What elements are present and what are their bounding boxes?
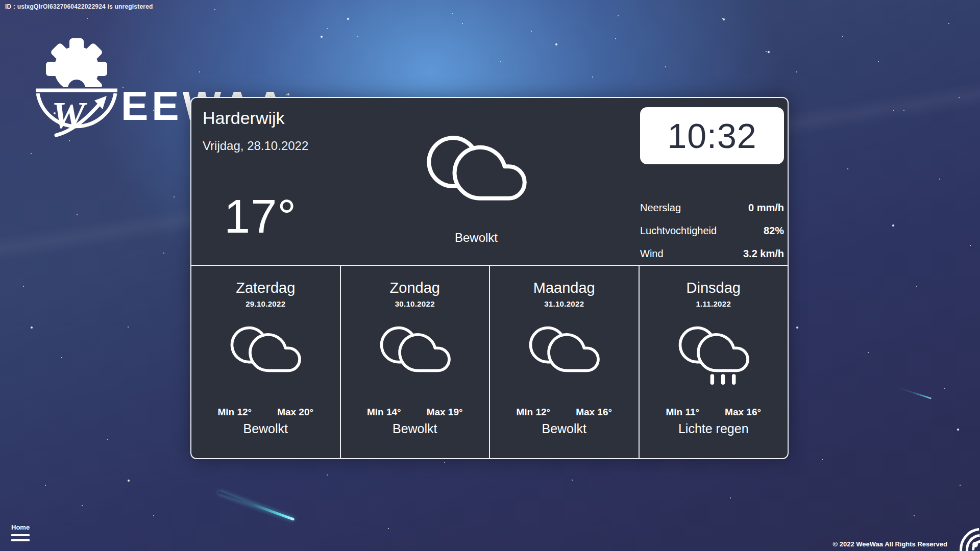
- forecast-max: Max 16°: [725, 407, 761, 418]
- forecast-day: Maandag: [490, 279, 639, 296]
- forecast-card: Zondag 30.10.2022 Min 14° Max 19° Bewolk…: [341, 266, 491, 458]
- starfield-large: [0, 0, 2, 2]
- clock: 10:32: [640, 107, 784, 164]
- forecast-day: Zaterdag: [191, 279, 340, 296]
- current-date: Vrijdag, 28.10.2022: [203, 139, 308, 153]
- stat-row-wind: Wind 3.2 km/h: [640, 247, 784, 260]
- forecast-max: Max 19°: [427, 407, 463, 418]
- forecast-minmax: Min 11° Max 16°: [640, 407, 788, 418]
- forecast-card: Maandag 31.10.2022 Min 12° Max 16° Bewol…: [490, 266, 640, 458]
- signal-arcs-icon: [952, 523, 980, 551]
- weather-card: Harderwijk Vrijdag, 28.10.2022 17° Bewol…: [190, 97, 789, 459]
- clock-time: 10:32: [667, 116, 756, 156]
- forecast-max: Max 20°: [277, 407, 313, 418]
- stat-label: Wind: [640, 247, 664, 260]
- weather-stats: Neerslag 0 mm/h Luchtvochtigheid 82% Win…: [640, 202, 784, 270]
- forecast-max: Max 16°: [576, 407, 612, 418]
- hamburger-icon: [11, 534, 30, 536]
- forecast-date: 31.10.2022: [490, 299, 639, 308]
- clouds-icon: [422, 124, 530, 223]
- current-condition: Bewolkt: [422, 231, 530, 245]
- clouds-icon: [227, 318, 304, 388]
- city-name: Harderwijk: [203, 108, 285, 128]
- stat-row-precipitation: Neerslag 0 mm/h: [640, 202, 784, 214]
- stat-value: 82%: [764, 224, 784, 237]
- forecast-minmax: Min 12° Max 16°: [490, 407, 639, 418]
- current-weather-panel: Harderwijk Vrijdag, 28.10.2022 17° Bewol…: [191, 98, 788, 266]
- clouds-icon: [526, 318, 602, 388]
- forecast-min: Min 14°: [367, 407, 401, 418]
- forecast-card: Zaterdag 29.10.2022 Min 12° Max 20° Bewo…: [191, 266, 341, 458]
- forecast-min: Min 12°: [516, 407, 550, 418]
- stat-label: Neerslag: [640, 202, 681, 214]
- forecast-day: Zondag: [341, 279, 489, 296]
- forecast-date: 1.11.2022: [640, 299, 788, 308]
- clouds-icon: [377, 318, 453, 388]
- forecast-condition: Lichte regen: [640, 421, 788, 436]
- forecast-date: 30.10.2022: [341, 299, 489, 308]
- forecast-min: Min 11°: [666, 407, 699, 418]
- stat-label: Luchtvochtigheid: [640, 224, 717, 237]
- forecast-condition: Bewolkt: [490, 421, 639, 436]
- stat-value: 3.2 km/h: [743, 247, 784, 260]
- home-label: Home: [11, 523, 30, 531]
- forecast-condition: Bewolkt: [341, 421, 489, 436]
- forecast-day: Dinsdag: [640, 279, 788, 296]
- stat-value: 0 mm/h: [748, 202, 784, 214]
- copyright-text: © 2022 WeeWaa All Rights Reserved: [833, 540, 947, 548]
- gear-logo-icon: W: [30, 28, 127, 151]
- rain-icon: [675, 318, 752, 388]
- forecast-min: Min 12°: [217, 407, 252, 418]
- forecast-date: 29.10.2022: [191, 299, 340, 308]
- current-temperature: 17°: [224, 190, 297, 243]
- home-menu-button[interactable]: Home: [11, 523, 30, 541]
- unregistered-watermark: ID : uslxgQIrOl6327060422022924 is unreg…: [5, 3, 153, 10]
- hamburger-icon: [11, 539, 30, 541]
- forecast-minmax: Min 14° Max 19°: [341, 407, 489, 418]
- stat-row-humidity: Luchtvochtigheid 82%: [640, 224, 784, 237]
- forecast-card: Dinsdag 1.11.2022 Min 11° Max 16° Lichte…: [640, 266, 788, 458]
- forecast-row: Zaterdag 29.10.2022 Min 12° Max 20° Bewo…: [191, 266, 788, 458]
- forecast-minmax: Min 12° Max 20°: [191, 407, 340, 418]
- forecast-condition: Bewolkt: [191, 421, 340, 436]
